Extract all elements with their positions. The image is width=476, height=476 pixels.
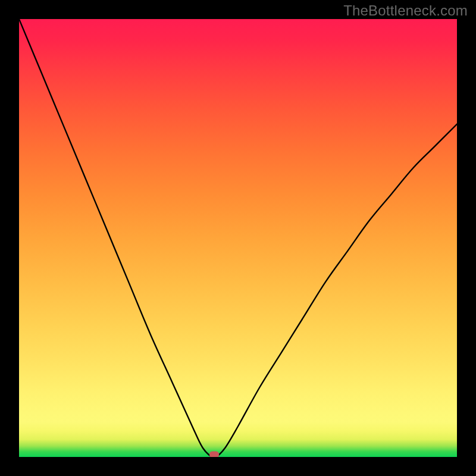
watermark-text: TheBottleneck.com — [343, 2, 468, 19]
plot-area — [19, 19, 457, 457]
chart-frame: TheBottleneck.com — [0, 0, 476, 476]
minimum-marker — [209, 452, 219, 457]
bottleneck-curve — [19, 19, 457, 457]
